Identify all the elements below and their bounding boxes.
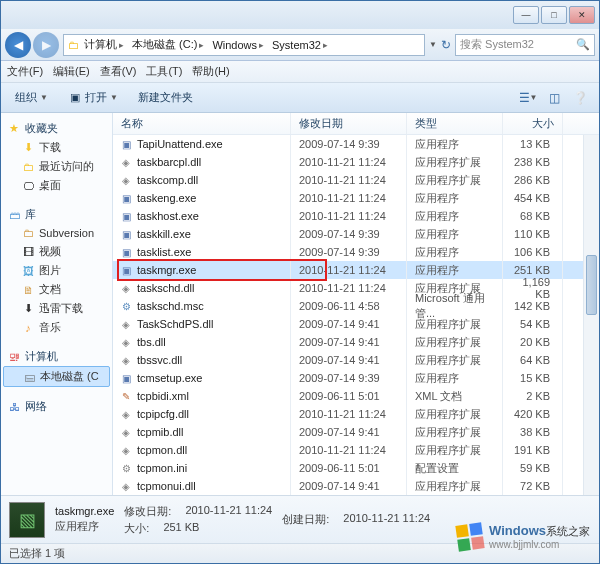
- file-row[interactable]: ▣taskkill.exe2009-07-14 9:39应用程序110 KB: [113, 225, 599, 243]
- preview-pane-icon[interactable]: ◫: [543, 87, 565, 109]
- exe-file-icon: ▣: [119, 227, 133, 241]
- file-date: 2010-11-21 11:24: [291, 405, 407, 423]
- help-icon[interactable]: ❔: [569, 87, 591, 109]
- file-date: 2010-11-21 11:24: [291, 171, 407, 189]
- sidebar-item-documents[interactable]: 🗎文档: [3, 280, 110, 299]
- new-folder-button[interactable]: 新建文件夹: [132, 88, 199, 107]
- file-row[interactable]: ✎tcpbidi.xml2009-06-11 5:01XML 文档2 KB: [113, 387, 599, 405]
- download-icon: ⬇: [21, 141, 35, 155]
- breadcrumb-item[interactable]: 计算机▸: [80, 37, 128, 52]
- file-row[interactable]: ▣tasklist.exe2009-07-14 9:39应用程序106 KB: [113, 243, 599, 261]
- sidebar-item-recent[interactable]: 🗀最近访问的: [3, 157, 110, 176]
- file-size: 72 KB: [503, 477, 563, 495]
- created-value: 2010-11-21 11:24: [343, 512, 430, 527]
- file-name: tcpmon.ini: [137, 462, 187, 474]
- sidebar-item-downloads[interactable]: ⬇下载: [3, 138, 110, 157]
- column-size[interactable]: 大小: [503, 113, 563, 134]
- file-row[interactable]: ⚙tcpmon.ini2009-06-11 5:01配置设置59 KB: [113, 459, 599, 477]
- file-name: tcpmib.dll: [137, 426, 183, 438]
- file-row[interactable]: ▣TapiUnattend.exe2009-07-14 9:39应用程序13 K…: [113, 135, 599, 153]
- file-size: 110 KB: [503, 225, 563, 243]
- file-row[interactable]: ◈tbs.dll2009-07-14 9:41应用程序扩展20 KB: [113, 333, 599, 351]
- file-date: 2010-11-21 11:24: [291, 189, 407, 207]
- breadcrumb[interactable]: 🗀 计算机▸ 本地磁盘 (C:)▸ Windows▸ System32▸: [63, 34, 425, 56]
- file-row[interactable]: ◈taskschd.dll2010-11-21 11:24应用程序扩展1,169…: [113, 279, 599, 297]
- refresh-icon[interactable]: ↻: [441, 38, 451, 52]
- nav-back-button[interactable]: ◀: [5, 32, 31, 58]
- column-headers: 名称 修改日期 类型 大小: [113, 113, 599, 135]
- sidebar-item-subversion[interactable]: 🗀Subversion: [3, 224, 110, 242]
- sidebar-item-videos[interactable]: 🎞视频: [3, 242, 110, 261]
- scrollbar-thumb[interactable]: [586, 255, 597, 315]
- sidebar-computer[interactable]: 🖳计算机: [3, 347, 110, 366]
- organize-button[interactable]: 组织▼: [9, 88, 54, 107]
- size-value: 251 KB: [163, 521, 199, 536]
- network-icon: 🖧: [7, 400, 21, 414]
- column-type[interactable]: 类型: [407, 113, 503, 134]
- file-size: 38 KB: [503, 423, 563, 441]
- file-name: taskmgr.exe: [137, 264, 196, 276]
- sidebar-favorites[interactable]: ★收藏夹: [3, 119, 110, 138]
- file-list: 名称 修改日期 类型 大小 ▣TapiUnattend.exe2009-07-1…: [113, 113, 599, 495]
- document-icon: 🗎: [21, 283, 35, 297]
- file-date: 2010-11-21 11:24: [291, 153, 407, 171]
- file-row[interactable]: ◈tcpmon.dll2010-11-21 11:24应用程序扩展191 KB: [113, 441, 599, 459]
- sidebar-item-local-disk-c[interactable]: 🖴本地磁盘 (C: [3, 366, 110, 387]
- open-button[interactable]: ▣打开▼: [62, 88, 124, 107]
- sidebar-libraries[interactable]: 🗃库: [3, 205, 110, 224]
- file-date: 2009-07-14 9:41: [291, 423, 407, 441]
- menu-view[interactable]: 查看(V): [100, 64, 137, 79]
- sidebar-network[interactable]: 🖧网络: [3, 397, 110, 416]
- sidebar-item-music[interactable]: ♪音乐: [3, 318, 110, 337]
- close-button[interactable]: ✕: [569, 6, 595, 24]
- file-name: tcpmonui.dll: [137, 480, 196, 492]
- picture-icon: 🖼: [21, 264, 35, 278]
- search-placeholder: 搜索 System32: [460, 37, 534, 52]
- sidebar-item-pictures[interactable]: 🖼图片: [3, 261, 110, 280]
- breadcrumb-dropdown-icon[interactable]: ▼: [429, 40, 437, 49]
- maximize-button[interactable]: □: [541, 6, 567, 24]
- menu-tools[interactable]: 工具(T): [146, 64, 182, 79]
- column-date[interactable]: 修改日期: [291, 113, 407, 134]
- file-name: TaskSchdPS.dll: [137, 318, 213, 330]
- sidebar-item-desktop[interactable]: 🖵桌面: [3, 176, 110, 195]
- breadcrumb-item[interactable]: Windows▸: [208, 39, 268, 51]
- file-row[interactable]: ◈taskcomp.dll2010-11-21 11:24应用程序扩展286 K…: [113, 171, 599, 189]
- scrollbar[interactable]: [583, 135, 599, 495]
- file-row[interactable]: ◈tcpmonui.dll2009-07-14 9:41应用程序扩展72 KB: [113, 477, 599, 495]
- menu-file[interactable]: 文件(F): [7, 64, 43, 79]
- file-row[interactable]: ▣tcmsetup.exe2009-07-14 9:39应用程序15 KB: [113, 369, 599, 387]
- column-name[interactable]: 名称: [113, 113, 291, 134]
- file-row[interactable]: ◈tcpmib.dll2009-07-14 9:41应用程序扩展38 KB: [113, 423, 599, 441]
- exe-file-icon: ▣: [119, 245, 133, 259]
- search-icon: 🔍: [576, 38, 590, 51]
- breadcrumb-item[interactable]: System32▸: [268, 39, 332, 51]
- menu-help[interactable]: 帮助(H): [192, 64, 229, 79]
- minimize-button[interactable]: —: [513, 6, 539, 24]
- file-name: taskhost.exe: [137, 210, 199, 222]
- nav-forward-button[interactable]: ▶: [33, 32, 59, 58]
- exe-file-icon: ▣: [119, 263, 133, 277]
- mod-value: 2010-11-21 11:24: [185, 504, 272, 519]
- menu-edit[interactable]: 编辑(E): [53, 64, 90, 79]
- file-date: 2009-07-14 9:41: [291, 333, 407, 351]
- file-row[interactable]: ⚙taskschd.msc2009-06-11 4:58Microsoft 通用…: [113, 297, 599, 315]
- file-row[interactable]: ◈tcpipcfg.dll2010-11-21 11:24应用程序扩展420 K…: [113, 405, 599, 423]
- file-size: 420 KB: [503, 405, 563, 423]
- view-options-icon[interactable]: ☰▼: [517, 87, 539, 109]
- dll-file-icon: ◈: [119, 317, 133, 331]
- exe-file-icon: ▣: [119, 191, 133, 205]
- created-label: 创建日期:: [282, 512, 329, 527]
- file-name: taskeng.exe: [137, 192, 196, 204]
- file-name: tcpipcfg.dll: [137, 408, 189, 420]
- dll-file-icon: ◈: [119, 155, 133, 169]
- search-input[interactable]: 搜索 System32 🔍: [455, 34, 595, 56]
- file-row[interactable]: ◈taskbarcpl.dll2010-11-21 11:24应用程序扩展238…: [113, 153, 599, 171]
- breadcrumb-item[interactable]: 本地磁盘 (C:)▸: [128, 37, 208, 52]
- file-row[interactable]: ◈TaskSchdPS.dll2009-07-14 9:41应用程序扩展54 K…: [113, 315, 599, 333]
- file-row[interactable]: ▣taskeng.exe2010-11-21 11:24应用程序454 KB: [113, 189, 599, 207]
- file-row[interactable]: ◈tbssvc.dll2009-07-14 9:41应用程序扩展64 KB: [113, 351, 599, 369]
- sidebar-item-xunlei[interactable]: ⬇迅雷下载: [3, 299, 110, 318]
- file-row[interactable]: ▣taskhost.exe2010-11-21 11:24应用程序68 KB: [113, 207, 599, 225]
- file-date: 2010-11-21 11:24: [291, 207, 407, 225]
